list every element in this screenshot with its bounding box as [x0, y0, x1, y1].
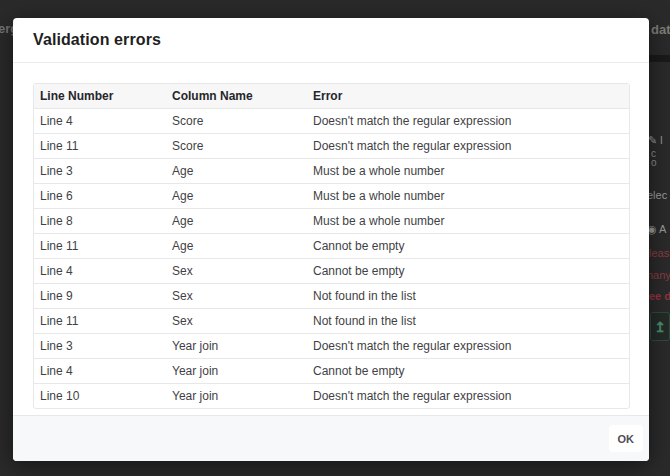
table-cell: Year join: [166, 383, 307, 408]
table-cell: Doesn't match the regular expression: [307, 333, 629, 358]
table-cell: Year join: [166, 333, 307, 358]
table-row: Line 11ScoreDoesn't match the regular ex…: [34, 133, 629, 158]
table-cell: Score: [166, 133, 307, 158]
table-cell: Line 4: [34, 258, 166, 283]
backdrop-error-text-fragment: nany: [647, 269, 670, 281]
table-row: Line 8AgeMust be a whole number: [34, 208, 629, 233]
table-cell: Doesn't match the regular expression: [307, 383, 629, 408]
backdrop-error-text-fragment: ee d: [649, 290, 670, 302]
backdrop-text-fragment-top-right: dat: [651, 22, 670, 37]
edit-icon: ✎: [648, 134, 657, 146]
table-cell: Cannot be empty: [307, 358, 629, 383]
modal-title: Validation errors: [33, 31, 161, 49]
table-cell: Line 11: [34, 233, 166, 258]
table-cell: Line 11: [34, 133, 166, 158]
upload-button-fragment: ↥: [650, 312, 670, 341]
table-cell: Not found in the list: [307, 308, 629, 333]
table-cell: Must be a whole number: [307, 208, 629, 233]
ok-button[interactable]: OK: [609, 425, 644, 452]
table-cell: Cannot be empty: [307, 258, 629, 283]
table-cell: Must be a whole number: [307, 158, 629, 183]
backdrop-text-fragment-select: elec: [647, 189, 667, 201]
backdrop-error-text-fragment: leas: [649, 247, 669, 259]
backdrop-text-fragment: A: [659, 223, 666, 235]
column-header: Line Number: [34, 84, 166, 108]
table-cell: Sex: [166, 258, 307, 283]
column-header: Column Name: [166, 84, 307, 108]
table-cell: Must be a whole number: [307, 183, 629, 208]
table-cell: Line 11: [34, 308, 166, 333]
table-row: Line 11AgeCannot be empty: [34, 233, 629, 258]
modal-header: Validation errors: [13, 18, 649, 63]
modal-body: Line NumberColumn NameError Line 4ScoreD…: [13, 63, 649, 409]
table-cell: Line 3: [34, 158, 166, 183]
table-row: Line 3Year joinDoesn't match the regular…: [34, 333, 629, 358]
table-row: Line 10Year joinDoesn't match the regula…: [34, 383, 629, 408]
table-cell: Doesn't match the regular expression: [307, 108, 629, 133]
table-cell: Line 4: [34, 108, 166, 133]
table-cell: Not found in the list: [307, 283, 629, 308]
table-cell: Score: [166, 108, 307, 133]
backdrop-radio-fragment: ◉ A: [647, 223, 666, 236]
table-header-row: Line NumberColumn NameError: [34, 84, 629, 108]
validation-errors-table: Line NumberColumn NameError Line 4ScoreD…: [33, 83, 630, 409]
table-cell: Line 9: [34, 283, 166, 308]
table-cell: Line 10: [34, 383, 166, 408]
table-cell: Line 6: [34, 183, 166, 208]
table-cell: Cannot be empty: [307, 233, 629, 258]
backdrop-divider: [647, 55, 670, 62]
table-body: Line 4ScoreDoesn't match the regular exp…: [34, 108, 629, 408]
table-cell: Age: [166, 208, 307, 233]
table-cell: Doesn't match the regular expression: [307, 133, 629, 158]
table-cell: Year join: [166, 358, 307, 383]
table-cell: Line 8: [34, 208, 166, 233]
backdrop-text-fragment: o: [651, 157, 657, 168]
table-cell: Sex: [166, 308, 307, 333]
table-row: Line 4SexCannot be empty: [34, 258, 629, 283]
table-cell: Age: [166, 233, 307, 258]
table-row: Line 11SexNot found in the list: [34, 308, 629, 333]
table-cell: Age: [166, 158, 307, 183]
table-row: Line 9SexNot found in the list: [34, 283, 629, 308]
table-row: Line 4Year joinCannot be empty: [34, 358, 629, 383]
table-row: Line 6AgeMust be a whole number: [34, 183, 629, 208]
upload-icon: ↥: [654, 319, 666, 335]
backdrop-note-fragment: ✎ I: [648, 134, 663, 147]
screen: erg dat ✎ I c o elec ◉ A leas nany ee d …: [0, 0, 670, 476]
table-row: Line 4ScoreDoesn't match the regular exp…: [34, 108, 629, 133]
table-cell: Line 3: [34, 333, 166, 358]
table-cell: Line 4: [34, 358, 166, 383]
column-header: Error: [307, 84, 629, 108]
table-row: Line 3AgeMust be a whole number: [34, 158, 629, 183]
backdrop-text-fragment: I: [660, 135, 663, 146]
validation-errors-modal: Validation errors Line NumberColumn Name…: [13, 18, 649, 461]
table-cell: Sex: [166, 283, 307, 308]
modal-footer: OK: [13, 415, 649, 461]
table-cell: Age: [166, 183, 307, 208]
